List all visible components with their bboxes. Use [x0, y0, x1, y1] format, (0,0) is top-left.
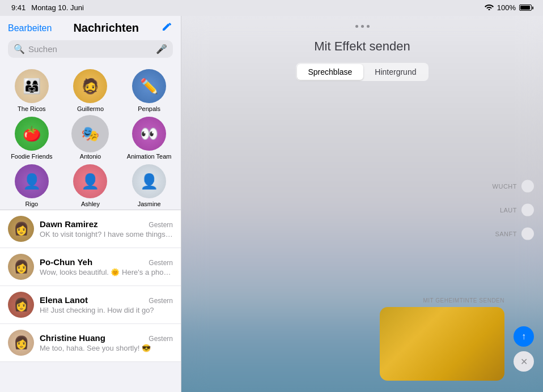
conv-content-dawn: Dawn Ramirez Gestern OK to visit tonight… — [40, 219, 173, 238]
conversation-list: 👩 Dawn Ramirez Gestern OK to visit tonig… — [0, 210, 181, 392]
avatar-name-foodie: Foodie Friends — [11, 153, 52, 160]
conv-header-pochun: Po-Chun Yeh Gestern — [40, 257, 173, 267]
sidebar-nav: Bearbeiten Nachrichten — [8, 20, 173, 36]
conv-name-dawn: Dawn Ramirez — [40, 219, 98, 229]
conv-item-pochun[interactable]: 👩 Po-Chun Yeh Gestern Wow, looks beautif… — [0, 248, 181, 286]
tab-sprechblase[interactable]: Sprechblase — [297, 64, 364, 80]
cancel-icon: ✕ — [520, 356, 528, 367]
avatar-name-ricos: The Ricos — [18, 105, 46, 112]
effect-option-laut[interactable]: LAUT — [500, 204, 534, 216]
effect-controls: WUCHT LAUT SANFT — [493, 180, 534, 240]
avatar-item-jasmine[interactable]: 👤 Jasmine — [125, 164, 173, 207]
conv-avatar-christine: 👩 — [8, 330, 34, 356]
conv-item-christine[interactable]: 👩 Christine Huang Gestern Me too, haha. … — [0, 324, 181, 362]
effect-title: Mit Effekt senden — [314, 39, 410, 54]
avatar-circle-ricos: 👨‍👩‍👧 — [15, 69, 49, 103]
status-bar-right: 100% — [485, 3, 532, 12]
send-icon: ↑ — [521, 331, 526, 342]
wifi-icon — [485, 3, 494, 12]
dot-2 — [361, 25, 364, 28]
avatar-circle-rigo: 👤 — [15, 164, 49, 198]
battery-percentage: 100% — [497, 3, 516, 12]
conv-name-pochun: Po-Chun Yeh — [40, 257, 92, 267]
avatar-item-antonio[interactable]: 🎭 Antonio — [66, 117, 114, 160]
ipad-frame: 9:41 Montag 10. Juni 100% Bearbeiten — [0, 0, 543, 392]
avatar-row-2: 🍅 Foodie Friends 🎭 Antonio 👀 — [2, 114, 179, 162]
main-content: Bearbeiten Nachrichten 🔍 Suchen 🎤 — [0, 0, 543, 392]
avatar-circle-animation: 👀 — [132, 117, 166, 151]
effect-tabs: Sprechblase Hintergrund — [296, 63, 429, 81]
conv-time-pochun: Gestern — [149, 259, 173, 267]
avatar-item-foodie[interactable]: 🍅 Foodie Friends — [7, 117, 56, 160]
conv-header-elena: Elena Lanot Gestern — [40, 295, 173, 305]
avatar-name-animation: Animation Team — [127, 153, 172, 160]
time-display: 9:41 — [11, 3, 26, 12]
conv-name-elena: Elena Lanot — [40, 295, 88, 305]
avatar-item-guillermo[interactable]: 🧔 Guillermo — [66, 69, 114, 112]
conv-content-pochun: Po-Chun Yeh Gestern Wow, looks beautiful… — [40, 257, 173, 276]
compose-button[interactable] — [160, 20, 173, 36]
conv-message-dawn: OK to visit tonight? I have some things … — [40, 230, 173, 238]
dot-3 — [367, 25, 370, 28]
avatar-row-3: 👤 Rigo 👤 Ashley 👤 Jasmin — [2, 162, 179, 210]
avatar-item-rigo[interactable]: 👤 Rigo — [7, 164, 56, 207]
conv-item-elena[interactable]: 👩 Elena Lanot Gestern Hi! Just checking … — [0, 286, 181, 324]
avatar-item-ricos[interactable]: 👨‍👩‍👧 The Ricos — [7, 69, 56, 112]
conv-name-christine: Christine Huang — [40, 333, 105, 343]
effect-label-laut: LAUT — [500, 207, 517, 214]
avatar-circle-antonio: 🎭 — [73, 117, 107, 151]
conv-content-christine: Christine Huang Gestern Me too, haha. Se… — [40, 333, 173, 352]
conv-message-elena: Hi! Just checking in. How did it go? — [40, 306, 173, 314]
battery-icon — [519, 5, 532, 11]
effect-label-sanft: SANFT — [495, 231, 517, 237]
conv-avatar-pochun: 👩 — [8, 254, 34, 280]
conv-avatar-dawn: 👩 — [8, 216, 34, 242]
status-bar-left: 9:41 Montag 10. Juni — [11, 3, 84, 12]
radio-sanft[interactable] — [521, 228, 534, 240]
sidebar: Bearbeiten Nachrichten 🔍 Suchen 🎤 — [0, 16, 181, 392]
tab-hintergrund[interactable]: Hintergrund — [363, 64, 427, 80]
cancel-button[interactable]: ✕ — [514, 351, 534, 372]
conv-content-elena: Elena Lanot Gestern Hi! Just checking in… — [40, 295, 173, 314]
avatar-circle-jasmine: 👤 — [132, 164, 166, 198]
edit-button[interactable]: Bearbeiten — [8, 23, 52, 33]
radio-wucht[interactable] — [521, 180, 534, 193]
avatar-row-1: 👨‍👩‍👧 The Ricos 🧔 Guillermo ✏️ — [2, 67, 179, 114]
conv-time-christine: Gestern — [149, 335, 173, 343]
avatar-name-rigo: Rigo — [26, 201, 39, 207]
send-button[interactable]: ↑ — [514, 326, 534, 347]
avatar-name-penpals: Penpals — [138, 105, 160, 112]
conv-item-dawn[interactable]: 👩 Dawn Ramirez Gestern OK to visit tonig… — [0, 210, 181, 248]
avatar-circle-foodie: 🍅 — [15, 117, 49, 151]
status-bar: 9:41 Montag 10. Juni 100% — [0, 0, 543, 13]
top-dots — [355, 25, 370, 28]
avatar-item-ashley[interactable]: 👤 Ashley — [66, 164, 114, 207]
avatar-item-penpals[interactable]: ✏️ Penpals — [125, 69, 173, 112]
effect-option-wucht[interactable]: WUCHT — [493, 180, 534, 193]
bottom-label: MIT GEHEIMTINTE SENDEN — [423, 297, 504, 304]
avatar-name-antonio: Antonio — [80, 153, 101, 160]
mic-icon[interactable]: 🎤 — [156, 44, 167, 54]
conv-header-christine: Christine Huang Gestern — [40, 333, 173, 343]
search-bar[interactable]: 🔍 Suchen 🎤 — [8, 40, 173, 58]
avatar-name-ashley: Ashley — [81, 201, 100, 207]
effect-label-wucht: WUCHT — [493, 183, 517, 190]
effect-option-sanft[interactable]: SANFT — [495, 228, 534, 240]
avatar-circle-ashley: 👤 — [73, 164, 107, 198]
search-placeholder: Suchen — [28, 44, 152, 54]
conv-message-pochun: Wow, looks beautiful. 🌞 Here's a photo o… — [40, 268, 173, 276]
right-panel-content: Mit Effekt senden Sprechblase Hintergrun… — [181, 16, 543, 392]
avatar-name-guillermo: Guillermo — [77, 105, 104, 112]
avatar-item-animation[interactable]: 👀 Animation Team — [125, 117, 173, 160]
dot-1 — [355, 25, 358, 28]
radio-laut[interactable] — [521, 204, 534, 216]
avatar-groups: 👨‍👩‍👧 The Ricos 🧔 Guillermo ✏️ — [0, 67, 181, 210]
message-preview-card — [380, 307, 504, 381]
search-icon: 🔍 — [14, 44, 25, 54]
conv-time-dawn: Gestern — [149, 221, 173, 229]
sidebar-header: Bearbeiten Nachrichten 🔍 Suchen 🎤 — [0, 16, 181, 67]
nav-title: Nachrichten — [73, 22, 139, 35]
conv-header-dawn: Dawn Ramirez Gestern — [40, 219, 173, 229]
avatar-name-jasmine: Jasmine — [138, 201, 161, 207]
avatar-circle-penpals: ✏️ — [132, 69, 166, 103]
